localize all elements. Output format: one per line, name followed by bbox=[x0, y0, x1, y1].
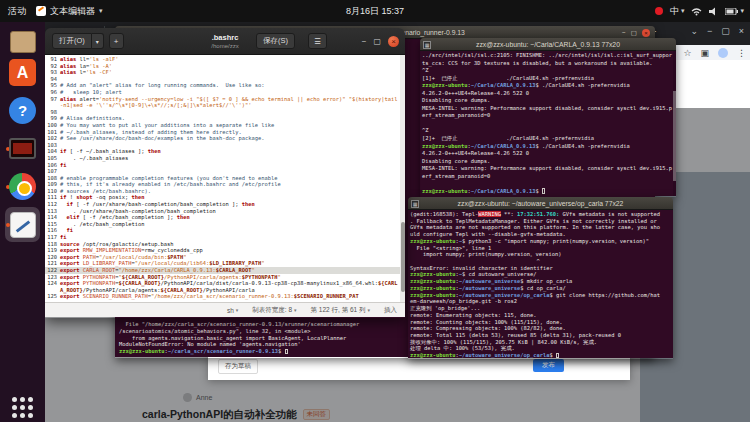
open-button[interactable]: 打开(O) bbox=[52, 33, 92, 49]
code-line: 119export RMW_IMPLEMENTATION=rmw_cyclone… bbox=[45, 247, 400, 254]
op-carla-terminal-window: ▦ zzx@zzx-ubuntu: ~/autoware_universe/op… bbox=[408, 197, 673, 359]
terminal-line: zzx@zzx-ubuntu:~/autoware_universe/op_ca… bbox=[410, 292, 671, 299]
terminal-line: remote: Counting objects: 100% (115/115)… bbox=[410, 319, 671, 326]
dock-item-chrome[interactable] bbox=[5, 169, 40, 204]
terminal-line: zzx@zzx-ubuntu:~$ cd autoware_universe/ bbox=[410, 271, 671, 278]
code-line: 94 bbox=[45, 76, 400, 83]
dock-item-files[interactable] bbox=[5, 24, 40, 59]
tab-search-caret-icon[interactable]: ⌄ bbox=[690, 26, 698, 36]
code-line: 123export PYTHONPATH="${CARLA_ROOT}/Pyth… bbox=[45, 274, 400, 281]
terminal-cursor bbox=[556, 353, 559, 358]
terminal-line: MESA-INTEL: warning: Performance support… bbox=[422, 105, 674, 113]
browser-close-button[interactable]: × bbox=[739, 26, 744, 36]
input-method-indicator[interactable]: 中▾ bbox=[670, 5, 685, 18]
ubuntu-software-icon: A bbox=[9, 59, 36, 86]
gedit-maximize-button[interactable]: ▢ bbox=[373, 37, 381, 46]
cursor-position[interactable]: 第 122 行, 第 61 列▾ bbox=[311, 306, 370, 315]
tab-width-selector[interactable]: 制表符宽度: 8▾ bbox=[252, 306, 296, 315]
line-number: 114 bbox=[45, 214, 60, 221]
line-content: alias la='ls -A' bbox=[60, 63, 400, 70]
line-number: 99 bbox=[45, 115, 60, 122]
terminal-line: remote: Total 115 (delta 53), reused 85 … bbox=[410, 332, 671, 339]
code-line: 91alias ll='ls -alF' bbox=[45, 56, 400, 63]
code-line: 104if [ -f ~/.bash_aliases ]; then bbox=[45, 148, 400, 155]
line-content: export PATH="/usr/local/cuda/bin:$PATH" bbox=[60, 254, 400, 261]
code-line: 121export LD_LIBRARY_PATH="/usr/local/cu… bbox=[45, 260, 400, 267]
gedit-minimize-button[interactable]: − bbox=[362, 37, 367, 46]
desktop: 活动 文本编辑器 ▾ 8月16日 15:37 中▾ ▾ CUbu×CAut×C在… bbox=[0, 0, 750, 422]
clock[interactable]: 8月16日 15:37 bbox=[0, 5, 750, 18]
dock-item-text-editor[interactable] bbox=[5, 207, 40, 242]
line-number: 121 bbox=[45, 260, 60, 267]
line-number: 97 bbox=[45, 96, 60, 109]
line-number: 100 bbox=[45, 122, 60, 129]
dock-item-red-app[interactable] bbox=[5, 131, 40, 166]
editor-scrollbar[interactable] bbox=[400, 55, 405, 302]
publish-button[interactable]: 发布 bbox=[533, 359, 564, 372]
code-line: 105 . ~/.bash_aliases bbox=[45, 155, 400, 162]
carla-terminal-titlebar[interactable]: ▦ zzx@zzx-ubuntu: ~/Carla/CARLA_0.9.13 7… bbox=[420, 38, 676, 51]
gedit-window: 打开(O) ▾ + .bashrc /home/zzx 保存(S) ☰ − ▢ … bbox=[45, 28, 405, 318]
open-dropdown-caret-icon[interactable]: ▾ bbox=[92, 33, 104, 49]
line-content: fi bbox=[60, 234, 400, 241]
op-terminal-output[interactable]: (gedit:168538): Tepl-WARNING **: 17:32:5… bbox=[408, 210, 673, 358]
gedit-close-button[interactable]: × bbox=[388, 36, 399, 47]
browser-maximize-button[interactable]: ▢ bbox=[721, 26, 730, 36]
code-line: 118source /opt/ros/galactic/setup.bash bbox=[45, 241, 400, 248]
code-line: 112 if [ -f /usr/share/bash-completion/b… bbox=[45, 201, 400, 208]
browser-minimize-button[interactable]: − bbox=[707, 26, 712, 36]
kebab-menu-icon[interactable]: ⋮ bbox=[737, 48, 746, 58]
app-menu-caret-icon: ▾ bbox=[99, 7, 103, 15]
editor-text-area[interactable]: 91alias ll='ls -alF'92alias la='ls -A'93… bbox=[45, 55, 405, 302]
code-line: 116 fi bbox=[45, 227, 400, 234]
terminal-line: zzx@zzx-ubuntu:~/autoware_universe/op_ca… bbox=[410, 352, 671, 358]
profile-avatar[interactable] bbox=[718, 48, 728, 58]
terminal-scrollbar[interactable] bbox=[673, 51, 676, 196]
editor-statusbar: sh▾ 制表符宽度: 8▾ 第 122 行, 第 61 列▾ 插入 bbox=[45, 302, 405, 317]
terminal-line: erf_stream_paranoid=0 bbox=[422, 173, 674, 181]
line-content: export PYTHONPATH=${CARLA_ROOT}/PythonAP… bbox=[60, 280, 400, 293]
activities-button[interactable]: 活动 bbox=[8, 5, 26, 18]
line-content: # ~/.bash_aliases, instead of adding the… bbox=[60, 129, 400, 136]
dock-item-software[interactable]: A bbox=[5, 55, 40, 90]
focused-app-menu[interactable]: 文本编辑器 ▾ bbox=[36, 5, 103, 18]
terminal-close-button[interactable]: × bbox=[642, 29, 650, 37]
terminal-line: ../src/intel/isl/isl.c:2105: FINISHME: .… bbox=[422, 52, 674, 60]
show-applications-button[interactable] bbox=[5, 390, 40, 422]
save-draft-button[interactable]: 存为草稿 bbox=[218, 359, 258, 374]
code-line: 124export PYTHONPATH=${CARLA_ROOT}/Pytho… bbox=[45, 280, 400, 293]
battery-icon bbox=[725, 8, 738, 15]
terminal-line: ^ bbox=[410, 258, 671, 265]
line-number: 101 bbox=[45, 129, 60, 136]
code-line: 101# ~/.bash_aliases, instead of adding … bbox=[45, 129, 400, 136]
bookmark-star-icon[interactable]: ☆ bbox=[683, 48, 691, 58]
new-document-button[interactable]: + bbox=[109, 33, 124, 49]
line-content: . /usr/share/bash-completion/bash_comple… bbox=[60, 208, 400, 215]
terminal-line: SyntaxError: invalid character in identi… bbox=[410, 265, 671, 272]
op-terminal-titlebar[interactable]: ▦ zzx@zzx-ubuntu: ~/autoware_universe/op… bbox=[408, 197, 673, 210]
code-line: 98 bbox=[45, 109, 400, 116]
terminal-line bbox=[422, 120, 674, 128]
terminal-maximize-button[interactable]: ▢ bbox=[631, 29, 637, 37]
side-panel-icon[interactable]: ▣ bbox=[700, 48, 709, 58]
code-line: 92alias la='ls -A' bbox=[45, 63, 400, 70]
terminal-line: 接收对象中: 100% (115/115), 205.75 KiB | 842.… bbox=[410, 339, 671, 346]
code-line: 110# sources /etc/bash.bashrc). bbox=[45, 188, 400, 195]
terminal-line: (gedit:168538): Tepl-WARNING **: 17:32:5… bbox=[410, 211, 671, 218]
carla-terminal-output[interactable]: ../src/intel/isl/isl.c:2105: FINISHME: .… bbox=[420, 51, 676, 196]
dock-item-help[interactable]: ? bbox=[5, 93, 40, 128]
terminal-line: MESA-INTEL: warning: Performance support… bbox=[422, 165, 674, 173]
line-content: source /opt/ros/galactic/setup.bash bbox=[60, 241, 400, 248]
hamburger-menu-button[interactable]: ☰ bbox=[308, 33, 327, 49]
terminal-app-icon: ▦ bbox=[423, 41, 431, 49]
save-button[interactable]: 保存(S) bbox=[256, 33, 295, 49]
terminal-line: zzx@zzx-ubuntu:~/Carla/CARLA_0.9.13$ ./C… bbox=[422, 82, 674, 90]
line-content: alias alert='notify-send --urgency=low -… bbox=[60, 96, 400, 109]
line-content: alias ll='ls -alF' bbox=[60, 56, 400, 63]
terminal-line: uld configure Tepl with --disable-gvfs-m… bbox=[410, 231, 671, 238]
language-selector[interactable]: sh▾ bbox=[227, 307, 238, 314]
terminal-minimize-button[interactable]: − bbox=[622, 29, 626, 36]
system-menu[interactable]: ▾ bbox=[725, 7, 744, 15]
line-content: export PYTHONPATH="${CARLA_ROOT}/PythonA… bbox=[60, 274, 400, 281]
gedit-headerbar[interactable]: 打开(O) ▾ + .bashrc /home/zzx 保存(S) ☰ − ▢ … bbox=[45, 28, 405, 55]
